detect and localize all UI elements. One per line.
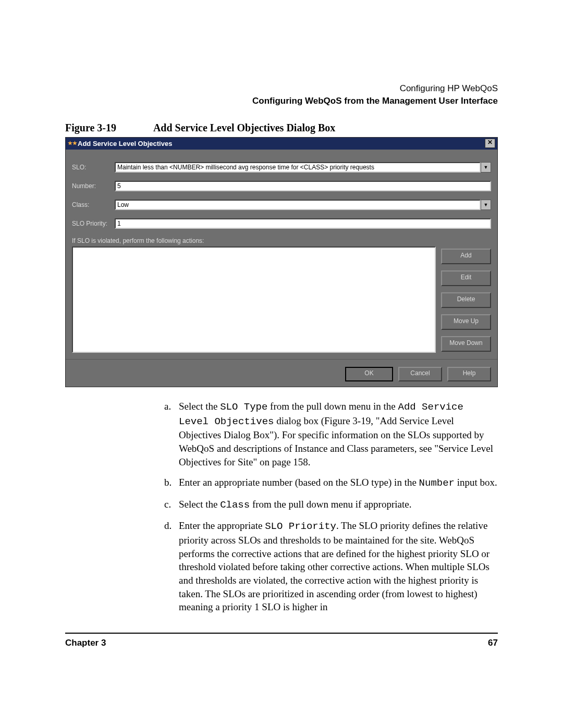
text-code: Number <box>419 477 455 489</box>
help-button[interactable]: Help <box>447 367 491 381</box>
number-input[interactable] <box>115 181 491 191</box>
actions-description: If SLO is violated, perform the followin… <box>72 237 491 244</box>
figure-label: Figure 3-19 <box>65 122 151 134</box>
figure-title: Add Service Level Objectives Dialog Box <box>153 122 335 133</box>
instruction-b: b. Enter an appropriate number (based on… <box>164 476 498 490</box>
class-select[interactable]: Low <box>115 200 481 210</box>
text: Select the <box>179 401 220 412</box>
priority-input[interactable] <box>115 218 491 229</box>
slo-dropdown-icon[interactable]: ▼ <box>481 162 491 172</box>
text-code: SLO Type <box>220 401 267 413</box>
text-code: Class <box>220 499 250 511</box>
text-code: SLO Priority <box>265 521 336 532</box>
dialog-titlebar: ★★ Add Service Level Objectives ✕ <box>66 138 497 150</box>
text: Select the <box>179 499 220 510</box>
text: . The SLO priority defines the relative … <box>179 520 489 612</box>
list-marker: d. <box>164 519 179 613</box>
add-slo-dialog: ★★ Add Service Level Objectives ✕ SLO: M… <box>65 137 498 387</box>
footer-page-number: 67 <box>488 638 498 648</box>
text: from the pull down menu if appropriate. <box>250 499 411 510</box>
priority-label: SLO Priority: <box>72 220 115 227</box>
move-down-button[interactable]: Move Down <box>441 336 491 352</box>
instruction-d: d. Enter the appropriate SLO Priority. T… <box>164 519 498 613</box>
class-label: Class: <box>72 201 115 208</box>
footer-chapter: Chapter 3 <box>65 638 106 648</box>
app-icon: ★★ <box>68 140 75 147</box>
text: Enter an appropriate number (based on th… <box>179 477 419 488</box>
add-button[interactable]: Add <box>441 249 491 264</box>
move-up-button[interactable]: Move Up <box>441 314 491 330</box>
list-marker: a. <box>164 400 179 468</box>
edit-button[interactable]: Edit <box>441 270 491 286</box>
text: input box. <box>455 477 497 488</box>
number-label: Number: <box>72 182 115 190</box>
text: Enter the appropriate <box>179 520 265 531</box>
running-subheader: Configuring WebQoS from the Management U… <box>65 96 498 106</box>
dialog-title: Add Service Level Objectives <box>78 140 172 147</box>
running-header: Configuring HP WebQoS <box>65 83 498 94</box>
ok-button[interactable]: OK <box>345 367 393 381</box>
cancel-button[interactable]: Cancel <box>398 367 442 381</box>
slo-label: SLO: <box>72 164 115 171</box>
instruction-a: a. Select the SLO Type from the pull dow… <box>164 400 498 468</box>
class-dropdown-icon[interactable]: ▼ <box>481 200 491 210</box>
close-icon[interactable]: ✕ <box>485 139 495 148</box>
delete-button[interactable]: Delete <box>441 292 491 308</box>
slo-select[interactable]: Maintain less than <NUMBER> millisecond … <box>115 162 481 172</box>
actions-listbox[interactable] <box>72 246 436 353</box>
list-marker: c. <box>164 498 179 512</box>
instruction-c: c. Select the Class from the pull down m… <box>164 498 498 512</box>
list-marker: b. <box>164 476 179 490</box>
text: from the pull down menu in the <box>267 401 398 412</box>
